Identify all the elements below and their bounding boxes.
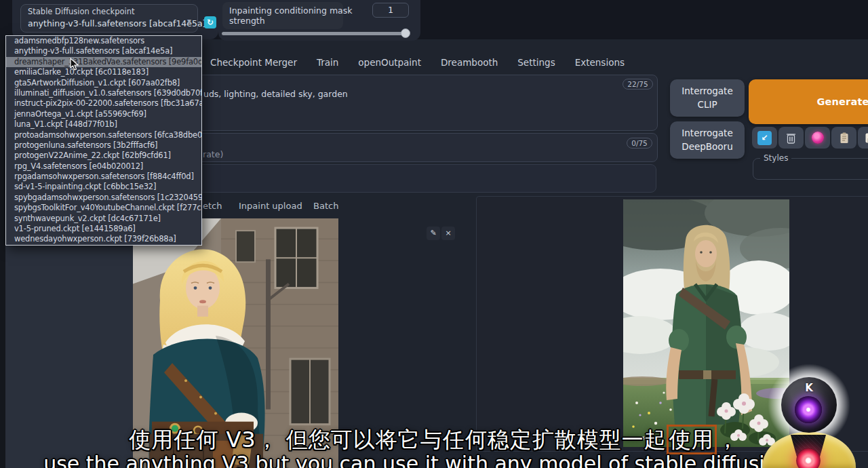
interrogate-clip-button[interactable]: Interrogate CLIP xyxy=(670,79,745,117)
nav-tab[interactable]: Extensions xyxy=(575,57,625,68)
nav-tab[interactable]: Checkpoint Merger xyxy=(210,57,297,68)
remove-image-button[interactable]: × xyxy=(441,227,455,240)
subtitle-zh-post: ， xyxy=(717,427,739,452)
nav-tab[interactable]: Train xyxy=(317,57,338,68)
clipboard-icon xyxy=(840,132,849,144)
checkpoint-option[interactable]: rpg_V4.safetensors [e04b020012] xyxy=(6,161,201,172)
top-header-bar: Stable Diffusion checkpoint anything-v3-… xyxy=(0,0,868,39)
clear-prompt-button[interactable] xyxy=(778,127,804,149)
floppy-disk-icon xyxy=(865,133,868,143)
extra-networks-icon xyxy=(812,132,824,144)
subtitle-zh-pre: 使用任何 V3， 但您可以将它与任何稳定扩散模型一起 xyxy=(129,427,667,452)
mouse-cursor xyxy=(70,58,79,71)
checkpoint-option[interactable]: emiliaClarke_10.ckpt [6c0118e183] xyxy=(6,67,201,77)
checkpoint-select-label: Stable Diffusion checkpoint xyxy=(28,7,135,16)
checkpoint-option[interactable]: spybgsToolkitFor_v40YoutubeChannel.ckpt … xyxy=(6,203,201,213)
mask-strength-slider[interactable] xyxy=(222,32,409,35)
checkpoint-option[interactable]: sd-v1-5-inpainting.ckpt [c6bbc15e32] xyxy=(6,182,201,192)
pencil-icon: ✎ xyxy=(430,229,436,237)
checkpoint-option[interactable]: spybgadamsohwxperson.safetensors [1c2320… xyxy=(6,193,201,203)
edit-image-button[interactable]: ✎ xyxy=(427,227,440,240)
checkpoint-option[interactable]: protogenV22Anime_22.ckpt [62bf9cfd61] xyxy=(6,151,201,161)
checkpoint-option[interactable]: adamsmedbfp128new.safetensors xyxy=(6,36,201,46)
checkpoint-option[interactable]: gta5ArtworkDiffusion_v1.ckpt [607aa02fb8… xyxy=(6,78,201,88)
checkpoint-option[interactable]: anything-v3-full.safetensors [abcaf14e5a… xyxy=(6,46,201,56)
chevron-down-icon: ▾ xyxy=(187,16,191,26)
avatar-eye xyxy=(795,396,822,423)
generated-output-image[interactable] xyxy=(623,199,789,447)
checkpoint-option[interactable]: dreamshaper_331BakedVae.safetensors [9e9… xyxy=(6,57,201,67)
subtitle-zh-highlighted: 使用 xyxy=(667,425,717,454)
negative-prompt-placeholder: rate) xyxy=(203,149,223,159)
save-style-button[interactable] xyxy=(858,127,868,149)
app-root: Stable Diffusion checkpoint anything-v3-… xyxy=(0,0,868,468)
checkpoint-option[interactable]: rpgadamsohwxperson.safetensors [f884c4ff… xyxy=(6,172,201,182)
checkpoint-option[interactable]: illuminati_diffusion_v1.0.safetensors [6… xyxy=(6,88,201,98)
checkpoint-option[interactable]: protogenluna.safetensors [3b2fffacf6] xyxy=(6,140,201,151)
nav-tab[interactable]: Settings xyxy=(517,57,555,68)
main-nav-tabs: Checkpoint MergerTrainopenOutpaintDreamb… xyxy=(210,57,625,68)
apply-style-button[interactable] xyxy=(831,127,856,149)
mask-strength-label: Inpainting conditioning mask strength xyxy=(229,5,355,26)
checkpoint-option[interactable]: v1-5-pruned.ckpt [e1441589a6] xyxy=(6,224,201,234)
prompt-visible-text: uds, lighting, detailed sky, garden xyxy=(203,89,348,99)
paste-generation-params-button[interactable]: ↙ xyxy=(752,127,777,149)
subtitle-chinese: 使用任何 V3， 但您可以将它与任何稳定扩散模型一起使用， xyxy=(0,425,868,455)
refresh-icon: ↻ xyxy=(207,18,214,27)
left-gutter xyxy=(0,39,5,468)
checkpoint-option[interactable]: luna_V1.ckpt [448d77f01b] xyxy=(6,119,201,130)
mask-strength-value-input[interactable]: 1 xyxy=(372,3,409,18)
tab-inpaint-upload[interactable]: Inpaint upload xyxy=(239,201,302,211)
mask-strength-slider-handle[interactable] xyxy=(401,28,410,38)
checkpoint-select-value: anything-v3-full.safetensors [abcaf14e5a… xyxy=(28,18,205,28)
styles-fieldset-label: Styles xyxy=(760,153,791,163)
tab-batch[interactable]: Batch xyxy=(313,201,338,211)
nav-tab[interactable]: openOutpaint xyxy=(358,57,421,68)
checkpoint-select[interactable]: Stable Diffusion checkpoint anything-v3-… xyxy=(20,4,198,33)
tab-inpaint-sketch-partial[interactable]: etch xyxy=(203,201,222,211)
trash-icon xyxy=(786,132,796,144)
prompt-token-counter: 22/75 xyxy=(623,79,653,90)
negative-token-counter: 0/75 xyxy=(627,138,652,149)
checkpoint-option[interactable]: instruct-pix2pix-00-22000.safetensors [f… xyxy=(6,98,201,109)
checkpoint-option[interactable]: synthwavepunk_v2.ckpt [dc4c67171e] xyxy=(6,214,201,224)
nav-tab[interactable]: Dreambooth xyxy=(441,57,498,68)
close-icon: × xyxy=(445,229,451,237)
checkpoint-option[interactable]: protoadamsohwxperson.safetensors [6fca38… xyxy=(6,130,201,140)
extra-networks-button[interactable] xyxy=(805,127,830,149)
checkpoint-option[interactable]: jennaOrtega_v1.ckpt [a55969cf69] xyxy=(6,109,201,119)
generate-button[interactable]: Generate xyxy=(749,79,868,124)
paste-arrow-icon: ↙ xyxy=(757,131,772,145)
checkpoint-dropdown-list: adamsmedbfp128new.safetensorsanything-v3… xyxy=(5,35,202,246)
checkpoint-option[interactable]: wednesdayohwxperson.ckpt [739f26b88a] xyxy=(6,234,201,244)
refresh-checkpoints-button[interactable]: ↻ xyxy=(204,16,216,28)
avatar-core-glow xyxy=(796,448,821,468)
interrogate-deepbooru-button[interactable]: Interrogate DeepBooru xyxy=(670,121,745,159)
subtitle-english: use the anything V3 but you can use it w… xyxy=(0,452,868,468)
avatar-letter: K xyxy=(781,382,837,394)
